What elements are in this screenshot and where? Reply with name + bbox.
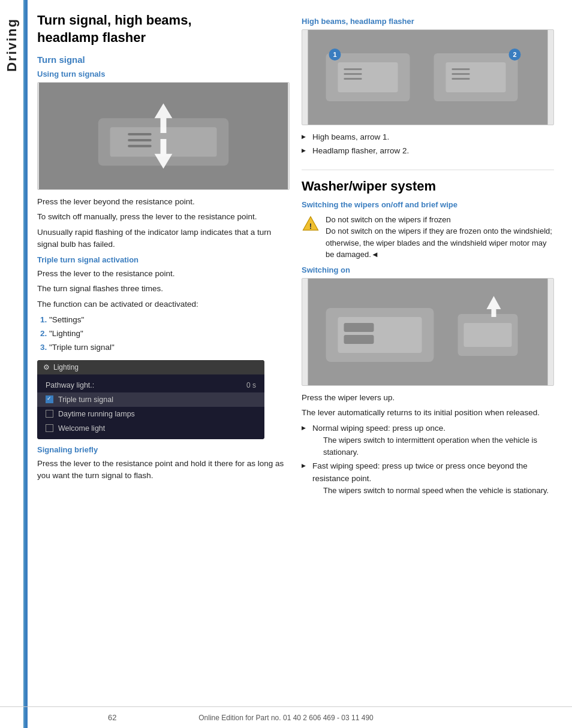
- step-1: "Settings": [49, 314, 290, 326]
- subsection-switching-wipers: Switching the wipers on/off and brief wi…: [302, 200, 554, 209]
- high-beam-diagram: 1 2: [302, 29, 554, 125]
- svg-rect-5: [128, 133, 152, 135]
- ui-row-daytime[interactable]: Daytime running lamps: [37, 407, 264, 421]
- wiper-diagram: [302, 278, 554, 386]
- warning-text: Do not switch on the wipers if frozen Do…: [326, 214, 554, 261]
- switching-on-text-1: Press the wiper levers up.: [302, 392, 554, 404]
- sidebar: Driving: [0, 0, 25, 728]
- settings-icon: ⚙: [43, 363, 50, 371]
- high-beams-bullet-2: Headlamp flasher, arrow 2.: [302, 145, 554, 157]
- svg-rect-10: [338, 62, 398, 92]
- svg-rect-18: [452, 68, 470, 70]
- activation-steps-list: "Settings" "Lighting" "Triple turn signa…: [49, 314, 290, 354]
- svg-rect-29: [344, 335, 374, 344]
- wiper-bullet-2: Fast wiping speed: press up twice or pre…: [302, 460, 554, 496]
- subsection-triple-turn-signal: Triple turn signal activation: [37, 255, 290, 264]
- switching-on-text-2: The lever automatically returns to its i…: [302, 407, 554, 419]
- wiper-bullet-1: Normal wiping speed: press up once. The …: [302, 422, 554, 458]
- triple-text-2: The turn signal flashes three times.: [37, 283, 290, 295]
- high-beams-bullet-1: High beams, arrow 1.: [302, 131, 554, 143]
- turn-signal-diagram: [37, 82, 290, 190]
- svg-rect-31: [464, 323, 512, 347]
- ui-titlebar: ⚙ Lighting: [37, 360, 264, 374]
- step-3: "Triple turn signal": [49, 342, 290, 354]
- step-2: "Lighting": [49, 328, 290, 340]
- svg-rect-7: [128, 145, 152, 147]
- sidebar-label: Driving: [4, 18, 20, 72]
- daytime-label: Daytime running lamps: [58, 410, 256, 418]
- footer-copyright: Online Edition for Part no. 01 40 2 606 …: [198, 714, 374, 722]
- svg-rect-20: [452, 78, 470, 80]
- ui-row-triple-turn[interactable]: Triple turn signal: [37, 392, 264, 407]
- subsection-using-turn-signals: Using turn signals: [37, 70, 290, 78]
- svg-rect-13: [344, 78, 362, 80]
- welcome-label: Welcome light: [58, 424, 256, 433]
- daytime-checkbox[interactable]: [46, 410, 53, 418]
- left-column: Turn signal, high beams, headlamp flashe…: [37, 12, 290, 716]
- svg-rect-12: [344, 73, 362, 75]
- triple-turn-label: Triple turn signal: [58, 395, 256, 404]
- sidebar-accent-bar: [25, 0, 28, 728]
- warning-icon: !: [302, 215, 320, 233]
- svg-rect-6: [128, 139, 152, 141]
- wiper-bullet-2-sub: The wipers switch to normal speed when t…: [323, 485, 554, 497]
- ui-titlebar-label: Lighting: [53, 363, 79, 371]
- triple-turn-checkbox[interactable]: [46, 395, 53, 403]
- svg-rect-19: [452, 73, 470, 75]
- page-number: 62: [108, 713, 116, 722]
- svg-rect-11: [344, 68, 362, 70]
- main-content: Turn signal, high beams, headlamp flashe…: [25, 0, 572, 728]
- subsection-signaling-briefly: Signaling briefly: [37, 445, 290, 454]
- svg-text:!: !: [309, 221, 312, 230]
- warning-box: ! Do not switch on the wipers if frozen …: [302, 214, 554, 261]
- footer: 62 Online Edition for Part no. 01 40 2 6…: [0, 706, 572, 728]
- body-text-1: Press the lever beyond the resistance po…: [37, 196, 290, 208]
- svg-rect-28: [344, 323, 374, 332]
- svg-text:2: 2: [513, 51, 516, 58]
- big-section-title-wiper: Washer/wiper system: [302, 170, 554, 194]
- welcome-checkbox[interactable]: [46, 424, 53, 432]
- wiper-bullet-1-sub: The wipers switch to intermittent operat…: [323, 434, 554, 458]
- signaling-text: Press the lever to the resistance point …: [37, 458, 290, 482]
- body-text-2: To switch off manually, press the lever …: [37, 211, 290, 223]
- wiper-bullets-list: Normal wiping speed: press up once. The …: [302, 422, 554, 496]
- right-column: High beams, headlamp flasher 1: [302, 12, 554, 716]
- body-text-3: Unusually rapid flashing of the indicato…: [37, 226, 290, 251]
- pathway-label: Pathway light.:: [46, 381, 242, 389]
- ui-content: Pathway light.: 0 s Triple turn signal D…: [37, 374, 264, 439]
- svg-rect-17: [446, 62, 506, 92]
- subsection-high-beams: High beams, headlamp flasher: [302, 17, 554, 26]
- svg-text:1: 1: [333, 51, 336, 58]
- page-title: Turn signal, high beams, headlamp flashe…: [37, 12, 290, 46]
- pathway-value: 0 s: [246, 381, 256, 389]
- ui-row-welcome[interactable]: Welcome light: [37, 421, 264, 436]
- section-heading-turn-signal: Turn signal: [37, 55, 290, 65]
- triple-text-3: The function can be activated or deactiv…: [37, 298, 290, 310]
- ui-row-pathway: Pathway light.: 0 s: [37, 378, 264, 392]
- ui-mockup-lighting: ⚙ Lighting Pathway light.: 0 s Triple tu…: [37, 360, 264, 439]
- high-beams-bullets: High beams, arrow 1. Headlamp flasher, a…: [302, 131, 554, 158]
- triple-text-1: Press the lever to the resistance point.: [37, 268, 290, 280]
- subsection-switching-on: Switching on: [302, 265, 554, 274]
